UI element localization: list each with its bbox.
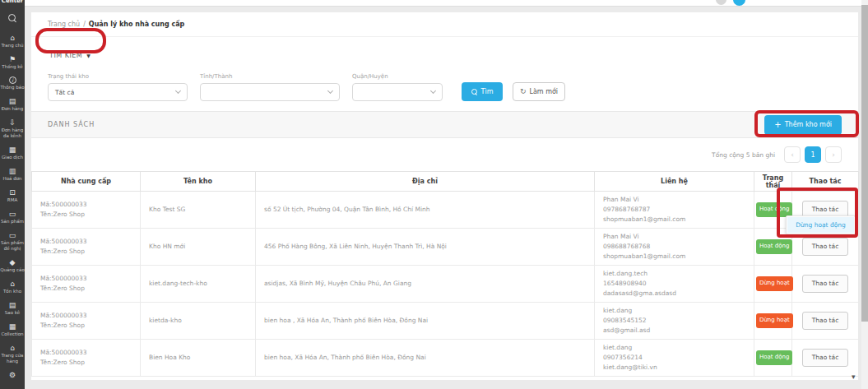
sidebar-item-trang-chu[interactable]: ⌂ Trang chủ (0, 34, 25, 49)
stats-flag-icon: ⚑ (9, 55, 16, 63)
row-actions-button[interactable]: Thao tác (802, 238, 849, 256)
breadcrumb-separator: / (83, 21, 86, 28)
collection-grid-icon: ▦ (9, 322, 16, 331)
sidebar-item-label: Trang cửa hàng (0, 353, 25, 364)
contact-email: asd@gmail.asd (603, 326, 745, 336)
sidebar-item-hoa-don[interactable]: ▥ Hoá đơn (0, 167, 25, 182)
field-province: Tỉnh/Thành (200, 73, 340, 101)
find-button-label: Tìm (481, 88, 494, 95)
table-row: Mã:500000033 Tên:Zero Shop Kho HN mới 45… (32, 229, 859, 266)
reset-button[interactable]: ↻ Làm mới (513, 82, 565, 101)
field-warehouse-status: Trạng thái kho Tất cả (48, 73, 188, 101)
contact-email: kiet.dang@tiki.vn (603, 363, 745, 373)
contact-email: dadasasd@gma.asdasd (603, 289, 745, 299)
invoice-icon: ▥ (9, 167, 16, 175)
sidebar-item-label: Sao kê (0, 310, 25, 316)
sidebar-search-button[interactable] (8, 10, 16, 25)
sidebar-item-giao-dich[interactable]: ▦ Giao dịch (0, 146, 25, 160)
scrollbar-thumb[interactable] (861, 5, 868, 322)
pagination-page-1[interactable]: 1 (805, 146, 821, 163)
rma-icon: ⊡ (9, 188, 16, 197)
table-row: Mã:500000033 Tên:Zero Shop kiet.dang-tec… (32, 266, 859, 303)
home-icon: ⌂ (10, 34, 15, 42)
search-icon (8, 14, 16, 22)
sidebar-item-ton-kho[interactable]: ⌂ Tồn kho (0, 280, 25, 294)
warehouse-cell: kiet.dang-tech-kho (141, 266, 256, 303)
row-actions-button[interactable]: Thao tác (802, 275, 849, 293)
warehouse-cell: Bien Hoa Kho (141, 340, 256, 377)
col-header-address: Địa chỉ (256, 172, 595, 192)
order-doc-icon: ▤ (9, 97, 16, 105)
col-header-status: Trạng thái (754, 172, 792, 192)
contact-phone: 098688768768 (603, 242, 745, 252)
sidebar-item-thong-bao[interactable]: i Thông báo (0, 76, 25, 90)
address-cell: bien hoa , Xã Hóa An, Thành phố Biên Hòa… (256, 303, 595, 340)
sidebar-item-label: RMA (0, 197, 25, 203)
sidebar-item-label: Thống kê (0, 64, 25, 70)
statement-icon: ▤ (9, 301, 16, 309)
sidebar-item-label: Đơn hàng đa kênh (0, 127, 25, 139)
row-actions-button[interactable]: Thao tác (802, 312, 849, 330)
actions-cell: Thao tác (792, 266, 859, 303)
sidebar-item-collection[interactable]: ▦ Collection (0, 322, 25, 337)
sidebar-item-label: Sản phẩm đề nghị (0, 240, 25, 252)
sidebar-item-san-pham-de-nghi[interactable]: ▭ Sản phẩm đề nghị (0, 231, 25, 252)
table-row: Mã:500000033 Tên:Zero Shop Kho Test SG s… (32, 192, 859, 229)
contact-name: kiet.dang (603, 306, 745, 316)
warehouse-cell: Kho HN mới (141, 229, 256, 266)
refresh-icon: ↻ (520, 88, 527, 95)
contact-cell: Phan Mai Vi 097868768787 shopmuaban1@gma… (595, 192, 754, 229)
warehouse-cell: Kho Test SG (141, 192, 256, 229)
sidebar-item-partial[interactable]: ⚙ (9, 371, 16, 379)
user-avatar[interactable] (733, 0, 745, 6)
find-button[interactable]: Tìm (462, 82, 503, 101)
sidebar-item-rma[interactable]: ⊡ RMA (0, 188, 25, 203)
search-form: Trạng thái kho Tất cả Tỉnh/Thành Quận/Hu… (48, 73, 842, 101)
pagination-row: Tổng cộng 5 bản ghi ‹ 1 › (31, 138, 858, 171)
select-value: Tất cả (55, 89, 74, 96)
search-collapse-toggle[interactable]: TÌM KIẾM ▼ (49, 52, 91, 59)
sidebar: Center ⌂ Trang chủ ⚑ Thống kê i Thông bá… (0, 0, 25, 389)
scroll-down-arrow-icon[interactable]: ▾ (852, 373, 856, 381)
inventory-icon: ⌂ (10, 280, 15, 288)
pagination-next-button[interactable]: › (825, 146, 842, 163)
contact-phone: 097868768787 (603, 205, 745, 215)
contact-phone: 0907356214 (603, 353, 745, 363)
notification-circle[interactable] (716, 0, 726, 5)
status-badge: Dừng hoạt (756, 276, 793, 290)
row-actions-button[interactable]: Thao tác (802, 349, 849, 367)
sidebar-item-trang-cua-hang[interactable]: ⌂ Trang cửa hàng (0, 344, 25, 364)
address-cell: asidjas, Xã Bình Mỹ, Huyện Châu Phú, An … (256, 266, 595, 303)
chevron-down-icon (175, 88, 181, 94)
sidebar-item-thong-ke[interactable]: ⚑ Thống kê (0, 55, 25, 70)
sidebar-item-label: Tồn kho (0, 289, 25, 294)
field-label: Tỉnh/Thành (200, 73, 340, 80)
sidebar-item-sao-ke[interactable]: ▤ Sao kê (0, 301, 25, 316)
contact-name: kiet.dang (603, 343, 745, 353)
reset-button-label: Làm mới (529, 88, 558, 95)
supplier-name: Tên:Zero Shop (40, 358, 132, 368)
contact-name: kiet.dang.tech (603, 269, 745, 279)
supplier-code: Mã:500000033 (40, 311, 132, 321)
supplier-cell: Mã:500000033 Tên:Zero Shop (32, 229, 141, 266)
province-select[interactable] (200, 83, 340, 101)
sidebar-item-quang-cao[interactable]: ◆ Quảng cáo (0, 258, 25, 273)
pagination-prev-button[interactable]: ‹ (784, 146, 801, 163)
sidebar-item-don-hang[interactable]: ▤ Đơn hàng (0, 97, 25, 112)
breadcrumb-home-link[interactable]: Trang chủ (48, 21, 80, 28)
add-warehouse-button[interactable]: + Thêm kho mới (764, 115, 842, 135)
deactivate-menu-item[interactable]: Dừng hoạt động (787, 217, 854, 233)
content-card: Trang chủ / Quản lý kho nhà cung cấp TÌM… (31, 12, 858, 380)
sidebar-item-label: Sản phẩm (0, 219, 25, 225)
warehouse-status-select[interactable]: Tất cả (48, 83, 188, 101)
sidebar-item-san-pham[interactable]: ▭ Sản phẩm (0, 210, 25, 225)
info-icon: i (9, 76, 16, 84)
product-suggest-icon: ▭ (9, 231, 16, 239)
supplier-cell: Mã:500000033 Tên:Zero Shop (32, 192, 141, 229)
supplier-cell: Mã:500000033 Tên:Zero Shop (32, 340, 141, 377)
list-title: DANH SÁCH (48, 121, 95, 128)
district-select[interactable] (352, 83, 443, 101)
sidebar-item-don-hang-da-kenh[interactable]: ⇩ Đơn hàng đa kênh (0, 118, 25, 139)
vertical-scrollbar[interactable] (861, 0, 868, 389)
total-records-text: Tổng cộng 5 bản ghi (712, 151, 775, 159)
